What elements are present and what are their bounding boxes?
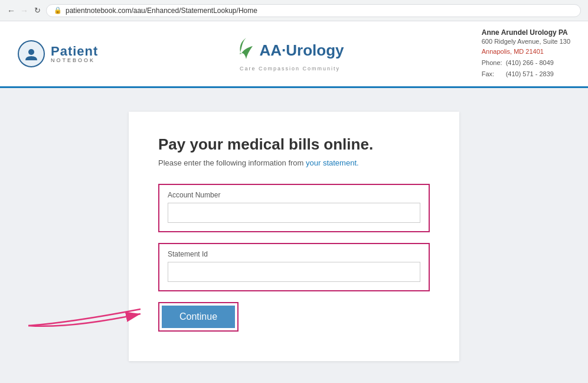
- account-number-group: Account Number: [158, 184, 430, 232]
- fax-label: Fax:: [482, 69, 502, 80]
- practice-street: 600 Ridgely Avenue, Suite 130: [482, 38, 570, 45]
- page-header: Patient NOTEBOOK AA·Urology Care Compass…: [0, 21, 588, 88]
- account-number-input[interactable]: [168, 203, 420, 223]
- statement-id-group: Statement Id: [158, 243, 430, 291]
- patient-notebook-logo: Patient NOTEBOOK: [18, 40, 98, 67]
- phone-block: Phone: Fax: (410) 266 - 8049 (410) 571 -…: [482, 57, 570, 79]
- leaf-icon: [236, 37, 256, 64]
- subtitle-link[interactable]: your statement.: [306, 158, 359, 167]
- patient-notebook-text: Patient NOTEBOOK: [51, 45, 98, 63]
- browser-bar: ← → ↻ 🔒 patientnotebook.com/aau/Enhanced…: [0, 0, 588, 21]
- phone-number: (410) 266 - 8049: [506, 57, 554, 69]
- brand-name: Patient: [51, 45, 98, 58]
- account-number-label: Account Number: [168, 191, 420, 199]
- phone-label: Phone:: [482, 57, 502, 69]
- aa-tagline: Care Compassion Community: [240, 66, 340, 72]
- brand-sub: NOTEBOOK: [51, 58, 98, 63]
- svg-point-0: [28, 49, 34, 55]
- form-title: Pay your medical bills online.: [158, 135, 430, 154]
- practice-city: Annapolis, MD 21401: [482, 48, 544, 55]
- practice-address: 600 Ridgely Avenue, Suite 130 Annapolis,…: [482, 37, 570, 56]
- reload-button[interactable]: ↻: [33, 7, 41, 15]
- subtitle-text: Please enter the following information f…: [158, 158, 306, 167]
- practice-contact: Anne Arundel Urology PA 600 Ridgely Aven…: [482, 28, 570, 79]
- aa-urology-logo: AA·Urology Care Compassion Community: [236, 37, 344, 72]
- back-button[interactable]: ←: [7, 7, 15, 15]
- lock-icon: 🔒: [54, 7, 62, 14]
- continue-button[interactable]: Continue: [162, 306, 235, 328]
- statement-id-input[interactable]: [168, 262, 420, 282]
- statement-id-label: Statement Id: [168, 250, 420, 258]
- url-text: patientnotebook.com/aau/Enhanced/Stateme…: [66, 7, 257, 15]
- patient-notebook-icon: [18, 40, 45, 67]
- annotation-arrow: [22, 296, 158, 332]
- address-bar[interactable]: 🔒 patientnotebook.com/aau/Enhanced/State…: [46, 4, 581, 17]
- forward-button[interactable]: →: [20, 7, 28, 15]
- fax-number: (410) 571 - 2839: [506, 69, 554, 80]
- continue-section: Continue: [158, 302, 430, 332]
- aa-urology-icon-group: AA·Urology: [236, 37, 344, 64]
- practice-name: Anne Arundel Urology PA: [482, 28, 570, 37]
- continue-button-wrapper: Continue: [158, 302, 239, 332]
- aa-urology-title: AA·Urology: [260, 42, 344, 59]
- payment-form-card: Pay your medical bills online. Please en…: [129, 112, 459, 361]
- form-subtitle: Please enter the following information f…: [158, 158, 430, 167]
- main-content: Pay your medical bills online. Please en…: [0, 88, 588, 383]
